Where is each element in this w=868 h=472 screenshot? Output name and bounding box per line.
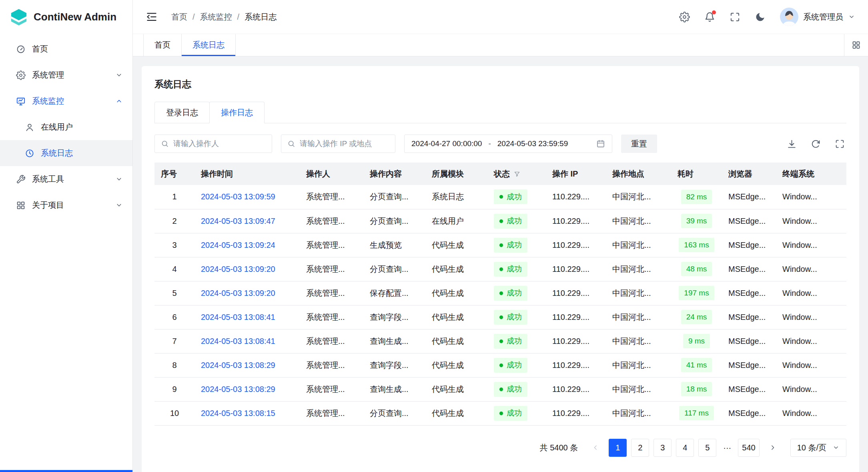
column-label: 操作 IP	[552, 169, 578, 178]
search-icon	[161, 140, 169, 148]
monitor-icon	[16, 96, 26, 106]
cell-time: 2024-05-03 13:08:41	[194, 329, 300, 353]
notifications-button[interactable]	[704, 12, 715, 22]
menu-fold-icon[interactable]	[146, 11, 158, 23]
chevron-right-icon	[769, 444, 777, 452]
status-badge: 成功	[494, 262, 527, 277]
page-size-select[interactable]: 10 条/页	[790, 439, 846, 457]
breadcrumb-item[interactable]: 首页	[171, 12, 187, 22]
refresh-button[interactable]	[811, 139, 821, 149]
log-time-link[interactable]: 2024-05-03 13:09:59	[201, 192, 275, 201]
sidebar-item-home[interactable]: 首页	[0, 36, 132, 62]
cell-module: 代码生成	[425, 305, 487, 329]
status-text: 成功	[507, 216, 522, 226]
cell-operator: 系统管理...	[300, 233, 363, 257]
download-button[interactable]	[787, 139, 797, 149]
sidebar-item-system-tools[interactable]: 系统工具	[0, 166, 132, 192]
log-time-link[interactable]: 2024-05-03 13:08:41	[201, 337, 275, 345]
tab-options-button[interactable]	[844, 34, 868, 56]
sidebar-item-system-monitor[interactable]: 系统监控	[0, 88, 132, 114]
cell-os: Window...	[776, 377, 846, 401]
reset-button[interactable]: 重置	[621, 135, 657, 153]
sidebar-item-label: 系统工具	[32, 174, 109, 185]
status-badge: 成功	[494, 358, 527, 373]
duration-badge: 39 ms	[681, 214, 712, 228]
table-row: 22024-05-03 13:09:47系统管理...分页查询...在线用户成功…	[154, 209, 846, 233]
status-badge: 成功	[494, 238, 527, 253]
sidebar-item-system-logs[interactable]: 系统日志	[0, 140, 132, 166]
cell-time: 2024-05-03 13:09:59	[194, 185, 300, 209]
ip-search-field[interactable]	[281, 135, 395, 153]
nav-tab-system-logs[interactable]: 系统日志	[182, 34, 236, 56]
nav-tab-home[interactable]: 首页	[143, 34, 182, 56]
operator-search-field[interactable]	[154, 135, 272, 153]
cell-duration: 82 ms	[671, 185, 722, 209]
cell-no: 9	[154, 377, 194, 401]
cell-status: 成功	[487, 233, 546, 257]
cell-os: Window...	[776, 401, 846, 425]
cell-operator: 系统管理...	[300, 305, 363, 329]
filter-icon[interactable]	[513, 171, 521, 178]
log-table-header-row: 序号操作时间操作人操作内容所属模块状态操作 IP操作地点耗时浏览器终端系统	[154, 163, 846, 185]
tab-operation-logs[interactable]: 操作日志	[209, 102, 265, 123]
column-label: 终端系统	[782, 169, 814, 178]
pagination-next-button[interactable]	[764, 439, 782, 457]
pagination-page-5[interactable]: 5	[698, 439, 716, 457]
pagination-page-540[interactable]: 540	[738, 439, 759, 457]
log-time-link[interactable]: 2024-05-03 13:09:20	[201, 289, 275, 297]
user-menu[interactable]: 系统管理员	[780, 8, 855, 26]
wrench-icon	[16, 175, 26, 184]
status-badge: 成功	[494, 382, 527, 397]
log-time-link[interactable]: 2024-05-03 13:08:41	[201, 313, 275, 321]
log-time-link[interactable]: 2024-05-03 13:09:24	[201, 241, 275, 249]
settings-icon[interactable]	[679, 12, 690, 22]
cell-content: 查询生成...	[363, 329, 425, 353]
pagination-page-1[interactable]: 1	[609, 439, 627, 457]
cell-duration: 48 ms	[671, 257, 722, 281]
sidebar-item-online-users[interactable]: 在线用户	[0, 114, 132, 140]
log-time-link[interactable]: 2024-05-03 13:08:15	[201, 409, 275, 418]
sidebar-item-system-management[interactable]: 系统管理	[0, 62, 132, 88]
sidebar-item-about-project[interactable]: 关于项目	[0, 192, 132, 218]
log-time-link[interactable]: 2024-05-03 13:09:47	[201, 217, 275, 225]
ip-search-input[interactable]	[300, 139, 389, 148]
date-separator: -	[488, 139, 491, 148]
pagination-prev-button[interactable]	[586, 439, 604, 457]
cell-time: 2024-05-03 13:09:24	[194, 233, 300, 257]
log-time-link[interactable]: 2024-05-03 13:08:29	[201, 385, 275, 394]
cell-content: 保存配置...	[363, 281, 425, 305]
log-time-link[interactable]: 2024-05-03 13:08:29	[201, 361, 275, 370]
notification-dot	[712, 10, 716, 14]
operator-search-input[interactable]	[173, 139, 266, 148]
cell-operator: 系统管理...	[300, 329, 363, 353]
dark-mode-icon[interactable]	[755, 12, 766, 22]
table-fullscreen-button[interactable]	[835, 139, 845, 149]
pagination-page-2[interactable]: 2	[631, 439, 649, 457]
app-logo[interactable]: ContiNew Admin	[0, 0, 132, 34]
table-row: 52024-05-03 13:09:20系统管理...保存配置...代码生成成功…	[154, 281, 846, 305]
tab-login-logs[interactable]: 登录日志	[154, 102, 210, 123]
pagination-page-3[interactable]: 3	[654, 439, 672, 457]
column-label: 操作时间	[201, 169, 233, 178]
cell-time: 2024-05-03 13:08:29	[194, 377, 300, 401]
cell-browser: MSEdge...	[722, 209, 776, 233]
breadcrumb-item[interactable]: 系统监控	[200, 12, 232, 22]
fullscreen-icon[interactable]	[730, 12, 740, 22]
table-row: 32024-05-03 13:09:24系统管理...生成预览代码生成成功110…	[154, 233, 846, 257]
date-range-picker[interactable]: 2024-04-27 00:00:00 - 2024-05-03 23:59:5…	[404, 135, 612, 153]
column-header-os: 终端系统	[776, 163, 846, 185]
status-dot	[499, 412, 503, 415]
cell-ip: 110.229....	[546, 209, 606, 233]
cell-location: 中国河北...	[606, 305, 671, 329]
cell-status: 成功	[487, 377, 546, 401]
cell-location: 中国河北...	[606, 377, 671, 401]
pagination-page-4[interactable]: 4	[676, 439, 694, 457]
breadcrumb-item[interactable]: 系统日志	[245, 12, 277, 22]
cell-browser: MSEdge...	[722, 233, 776, 257]
status-dot	[499, 195, 503, 199]
avatar	[780, 8, 798, 26]
status-dot	[499, 388, 503, 391]
pagination-pages: 12345···540	[609, 439, 759, 457]
log-time-link[interactable]: 2024-05-03 13:09:20	[201, 265, 275, 273]
pagination-ellipsis[interactable]: ···	[721, 439, 734, 457]
